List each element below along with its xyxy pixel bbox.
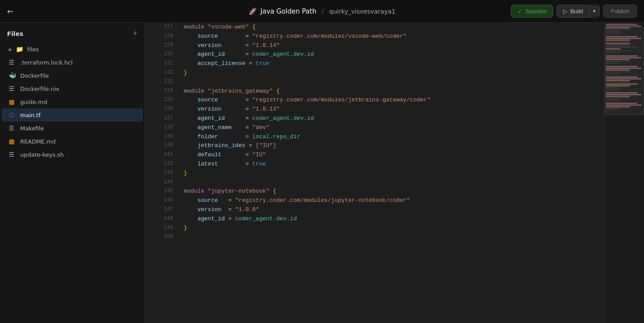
sidebar-item-terraform-lock[interactable]: ☰ .terraform.lock.hcl — [2, 56, 143, 69]
title-separator: / — [322, 7, 324, 15]
code-line-147: 147 version = "1.0.8" — [145, 205, 604, 215]
code-line-138: 138 agent_name = "dev" — [145, 123, 604, 133]
code-line-139: 139 folder = local.repo_dir — [145, 133, 604, 142]
code-line-131: 131 accept_license = true — [145, 59, 604, 68]
code-line-141: 141 default = "IU" — [145, 151, 604, 160]
code-line-143: 143 } — [145, 169, 604, 178]
sidebar-item-main-tf[interactable]: ⬡ main.tf — [2, 108, 143, 122]
build-button-group: ▷ Build ▾ — [557, 5, 600, 18]
file-icon: ☰ — [9, 125, 17, 132]
build-button[interactable]: ▷ Build — [557, 5, 589, 17]
minimap-content — [605, 23, 644, 323]
sidebar-item-label: .terraform.lock.hcl — [20, 59, 72, 66]
success-label: Success — [525, 8, 546, 14]
sidebar-item-label: Dockerfile — [20, 72, 49, 79]
sidebar-item-label: Makefile — [20, 125, 44, 132]
file-list: ▶ 📁 files ☰ .terraform.lock.hcl 🐳 Docker… — [0, 43, 145, 161]
code-line-146: 146 source = "registry.coder.com/modules… — [145, 196, 604, 205]
chevron-right-icon: ▶ — [9, 47, 12, 52]
code-editor: 127 module "vscode-web" { 128 source = "… — [145, 23, 604, 323]
sidebar-item-dockerfile-nix[interactable]: ☰ Dockerfile.nix — [2, 82, 143, 95]
build-dropdown-arrow[interactable]: ▾ — [589, 6, 599, 17]
code-line-130: 130 agent_id = coder_agent.dev.id — [145, 50, 604, 59]
check-icon: ✓ — [517, 8, 522, 14]
code-line-145: 145 module "jupyter-notebook" { — [145, 187, 604, 196]
sidebar-item-label: README.md — [20, 138, 56, 145]
code-line-142: 142 latest = true — [145, 160, 604, 169]
code-line-128: 128 source = "registry.coder.com/modules… — [145, 32, 604, 41]
code-line-132: 132 } — [145, 68, 604, 78]
code-line-149: 149 } — [145, 224, 604, 233]
topbar: ← 🚀 Java Golden Path / quirky_visvesvara… — [0, 0, 644, 23]
code-line-140: 140 jetbrains_ides = ["IU"] — [145, 141, 604, 151]
code-line-134: 134 module "jetbrains_gateway" { — [145, 87, 604, 96]
code-table: 127 module "vscode-web" { 128 source = "… — [145, 23, 604, 242]
file-icon: ☰ — [9, 59, 17, 66]
tf-icon: ⬡ — [9, 111, 17, 118]
publish-button[interactable]: Publish — [603, 5, 637, 18]
code-line-144: 144 — [145, 178, 604, 187]
file-icon: ☰ — [9, 151, 17, 158]
minimap[interactable] — [604, 23, 644, 323]
main-content: Files + ▶ 📁 files ☰ .terraform.lock.hcl … — [0, 23, 644, 323]
md-icon: ▦ — [9, 138, 17, 145]
code-scroll-area[interactable]: 127 module "vscode-web" { 128 source = "… — [145, 23, 604, 323]
sidebar-item-label: guide.md — [20, 99, 47, 105]
success-button[interactable]: ✓ Success — [511, 5, 553, 18]
file-icon: ☰ — [9, 85, 17, 92]
files-heading: Files — [7, 30, 23, 37]
code-line-136: 136 version = "1.0.13" — [145, 105, 604, 114]
sidebar: Files + ▶ 📁 files ☰ .terraform.lock.hcl … — [0, 23, 145, 323]
code-line-148: 148 agent_id = coder_agent.dev.id — [145, 215, 604, 224]
code-line-129: 129 version = "1.0.14" — [145, 41, 604, 50]
docker-icon: 🐳 — [9, 72, 17, 79]
sidebar-item-readme-md[interactable]: ▦ README.md — [2, 135, 143, 148]
build-label: Build — [570, 8, 583, 14]
back-button[interactable]: ← — [7, 7, 14, 16]
sidebar-item-label: update-keys.sh — [20, 151, 64, 158]
topbar-actions: ✓ Success ▷ Build ▾ Publish — [511, 5, 637, 18]
title-center: 🚀 Java Golden Path / quirky_visvesvaraya… — [249, 7, 395, 15]
play-icon: ▷ — [563, 8, 568, 14]
sidebar-item-label: Dockerfile.nix — [20, 86, 59, 92]
sidebar-header: Files + — [0, 23, 145, 43]
sidebar-item-makefile[interactable]: ☰ Makefile — [2, 122, 143, 135]
code-line-150: 150 — [145, 233, 604, 242]
add-file-button[interactable]: + — [133, 29, 137, 38]
sidebar-item-update-keys[interactable]: ☰ update-keys.sh — [2, 148, 143, 161]
code-line-133: 133 — [145, 78, 604, 87]
branch-name: quirky_visvesvaraya1 — [329, 8, 395, 15]
sidebar-item-guide-md[interactable]: ▦ guide.md — [2, 95, 143, 108]
project-title: Java Golden Path — [260, 7, 316, 15]
sidebar-item-label: files — [27, 46, 39, 53]
md-icon: ▦ — [9, 98, 17, 105]
rocket-icon: 🚀 — [249, 7, 257, 15]
code-line-127: 127 module "vscode-web" { — [145, 23, 604, 32]
sidebar-item-label: main.tf — [20, 112, 40, 118]
code-line-137: 137 agent_id = coder_agent.dev.id — [145, 114, 604, 123]
sidebar-item-dockerfile[interactable]: 🐳 Dockerfile — [2, 69, 143, 82]
folder-icon: 📁 — [16, 46, 24, 53]
code-line-135: 135 source = "registry.coder.com/modules… — [145, 96, 604, 105]
sidebar-item-files[interactable]: ▶ 📁 files — [2, 43, 143, 56]
